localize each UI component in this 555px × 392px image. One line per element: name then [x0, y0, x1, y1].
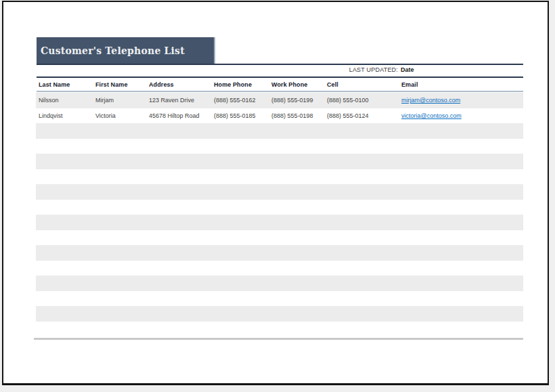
banner-underline	[37, 64, 523, 65]
cell-address: 123 Raven Drive	[146, 97, 211, 104]
table-row	[36, 215, 523, 230]
cell-home-phone: (888) 555-0162	[211, 97, 269, 104]
cell-first-name: Mirjam	[93, 97, 146, 104]
cell-address: 45678 Hiltop Road	[146, 112, 211, 119]
email-link[interactable]: victoria@contoso.com	[401, 112, 462, 119]
last-updated-value: Date	[401, 66, 414, 73]
table-row	[36, 154, 523, 169]
header-bottom-border	[37, 91, 523, 92]
table-row	[36, 184, 523, 200]
table-row: NilssonMirjam123 Raven Drive(888) 555-01…	[36, 93, 523, 108]
cell-last-name: Nilsson	[36, 97, 93, 104]
cell-email: victoria@contoso.com	[399, 112, 523, 119]
table-row	[36, 230, 523, 246]
column-header-last-name: Last Name	[37, 81, 93, 88]
table-bottom-border	[34, 338, 523, 340]
table-row	[36, 123, 523, 139]
table-row	[36, 200, 523, 215]
cell-cell: (888) 555-0100	[324, 97, 399, 104]
table-rows: NilssonMirjam123 Raven Drive(888) 555-01…	[36, 93, 523, 322]
column-header-home-phone: Home Phone	[212, 81, 269, 88]
column-header-email: Email	[399, 81, 523, 88]
table-row	[36, 169, 523, 185]
cell-cell: (888) 555-0124	[324, 112, 399, 119]
table-row: LindqvistVictoria45678 Hiltop Road(888) …	[36, 108, 523, 124]
table-row	[36, 139, 523, 154]
cell-home-phone: (888) 555-0185	[211, 112, 269, 119]
cell-email: mirjam@contoso.com	[399, 97, 523, 104]
table-row	[36, 276, 523, 291]
table-row	[36, 306, 523, 322]
column-header-address: Address	[147, 81, 212, 88]
cell-last-name: Lindqvist	[36, 112, 93, 119]
cell-work-phone: (888) 555-0199	[269, 97, 324, 104]
email-link[interactable]: mirjam@contoso.com	[401, 97, 460, 104]
column-header-first-name: First Name	[93, 81, 147, 88]
column-header-work-phone: Work Phone	[269, 81, 325, 88]
table-row	[36, 261, 523, 276]
cell-first-name: Victoria	[93, 112, 146, 119]
page-title: Customer's Telephone List	[41, 45, 185, 56]
page: Customer's Telephone List LAST UPDATED: …	[0, 0, 555, 392]
last-updated-label: LAST UPDATED:	[37, 66, 398, 73]
title-banner: Customer's Telephone List	[37, 37, 215, 64]
column-header-cell: Cell	[325, 81, 399, 88]
cell-work-phone: (888) 555-0198	[269, 112, 324, 119]
table-row	[36, 291, 523, 307]
table-header-row: Last NameFirst NameAddressHome PhoneWork…	[37, 78, 523, 91]
table-row	[36, 245, 523, 261]
